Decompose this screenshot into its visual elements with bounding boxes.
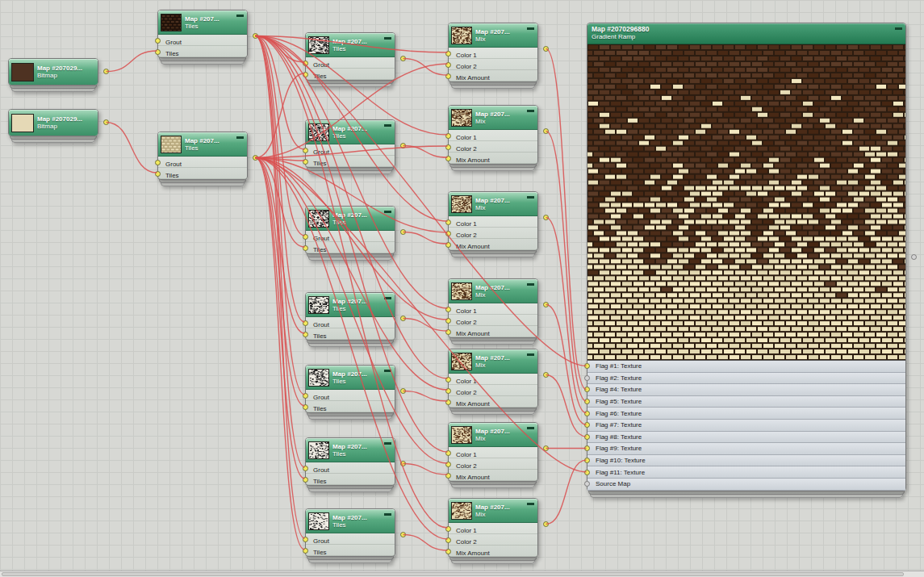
input-socket[interactable]: [445, 156, 451, 161]
flag-input-socket[interactable]: [584, 445, 590, 451]
gradient-ramp-node[interactable]: Map #2070296880 Gradient Ramp Flag #1: T…: [587, 23, 906, 491]
minimize-icon[interactable]: [236, 136, 244, 139]
output-socket[interactable]: [400, 316, 406, 321]
minimize-icon[interactable]: [236, 15, 244, 17]
flag-row[interactable]: Flag #7: Texture: [587, 420, 905, 432]
input-socket[interactable]: [445, 329, 451, 335]
input-socket[interactable]: [445, 307, 451, 312]
minimize-icon[interactable]: [384, 124, 391, 127]
output-socket[interactable]: [543, 128, 549, 134]
input-socket[interactable]: [303, 245, 308, 251]
tiles-node[interactable]: Map #207...TilesGroutTiles: [305, 508, 395, 557]
output-socket[interactable]: [400, 532, 406, 537]
connection-wire[interactable]: [546, 460, 587, 524]
minimize-icon[interactable]: [384, 211, 391, 213]
connection-wire[interactable]: [403, 146, 448, 158]
input-socket[interactable]: [445, 62, 451, 68]
connection-wire[interactable]: [256, 36, 305, 63]
flag-row[interactable]: Flag #1: Texture: [587, 361, 905, 373]
node-header[interactable]: Map #207...Mix: [449, 423, 537, 447]
flag-row[interactable]: Flag #2: Texture: [587, 373, 905, 385]
flag-input-socket[interactable]: [584, 481, 590, 487]
output-socket[interactable]: [543, 302, 549, 307]
flag-input-socket[interactable]: [584, 422, 590, 428]
output-socket[interactable]: [253, 155, 258, 161]
minimize-icon[interactable]: [527, 27, 534, 30]
node-header[interactable]: Map #207...Mix: [449, 499, 537, 523]
input-socket[interactable]: [303, 404, 308, 410]
node-header[interactable]: Map #207...Tiles: [306, 293, 395, 317]
mix-node[interactable]: Map #207...MixColor 1Color 2Mix Amount: [448, 498, 538, 558]
input-socket[interactable]: [445, 220, 451, 225]
input-socket[interactable]: [303, 159, 308, 165]
minimize-icon[interactable]: [527, 110, 534, 112]
minimize-icon[interactable]: [527, 503, 534, 505]
node-header[interactable]: Map #207...Tiles: [306, 207, 395, 231]
node-header[interactable]: Map #207...Tiles: [306, 366, 395, 390]
output-socket[interactable]: [911, 254, 917, 260]
input-socket[interactable]: [445, 526, 451, 532]
flag-row[interactable]: Flag #9: Texture: [587, 443, 905, 455]
input-socket[interactable]: [445, 549, 451, 554]
output-socket[interactable]: [543, 445, 549, 451]
node-header[interactable]: Map #207...Mix: [449, 106, 537, 130]
mix-node[interactable]: Map #207...MixColor 1Color 2Mix Amount: [448, 105, 538, 165]
input-socket[interactable]: [303, 148, 308, 153]
input-socket[interactable]: [303, 393, 308, 399]
connection-wire[interactable]: [256, 36, 305, 539]
node-header[interactable]: Map #207...Mix: [449, 23, 537, 48]
node-header[interactable]: Map #207029...Bitmap: [9, 110, 98, 136]
input-socket[interactable]: [155, 171, 161, 177]
node-header[interactable]: Map #207...Tiles: [306, 33, 395, 57]
node-header[interactable]: Map #207...Tiles: [306, 120, 395, 144]
flag-row[interactable]: Flag #6: Texture: [587, 408, 905, 420]
bitmap-node[interactable]: Map #207029...Bitmap: [8, 109, 98, 136]
input-socket[interactable]: [445, 537, 451, 543]
mix-node[interactable]: Map #207...MixColor 1Color 2Mix Amount: [448, 191, 538, 251]
input-socket[interactable]: [445, 51, 451, 56]
horizontal-scrollbar[interactable]: [0, 571, 924, 577]
flag-input-socket[interactable]: [584, 458, 590, 463]
output-socket[interactable]: [400, 56, 406, 61]
flag-row[interactable]: Flag #10: Texture: [587, 455, 905, 467]
output-socket[interactable]: [103, 69, 109, 74]
minimize-icon[interactable]: [527, 283, 534, 286]
input-socket[interactable]: [155, 49, 161, 55]
node-header[interactable]: Map #207...Tiles: [306, 509, 395, 533]
connection-wire[interactable]: [256, 36, 305, 323]
connection-wire[interactable]: [256, 36, 305, 468]
tiles-node[interactable]: Map #207...TilesGroutTiles: [305, 119, 395, 168]
input-socket[interactable]: [445, 462, 451, 467]
node-header[interactable]: Map #207...Tiles: [306, 438, 395, 462]
input-socket[interactable]: [303, 72, 308, 77]
tiles-node[interactable]: Map #207...TilesGroutTiles: [157, 10, 248, 58]
node-header[interactable]: Map #207029...Bitmap: [9, 59, 98, 85]
tiles-node[interactable]: Map #207...TilesGroutTiles: [305, 206, 395, 254]
connection-wire[interactable]: [256, 36, 305, 236]
flag-row[interactable]: Flag #8: Texture: [587, 432, 905, 444]
connection-wire[interactable]: [403, 464, 448, 475]
input-socket[interactable]: [445, 73, 451, 79]
flag-input-socket[interactable]: [584, 375, 590, 381]
input-socket[interactable]: [445, 242, 451, 248]
minimize-icon[interactable]: [527, 196, 534, 199]
output-socket[interactable]: [543, 372, 549, 378]
output-socket[interactable]: [103, 119, 109, 125]
output-socket[interactable]: [400, 388, 406, 394]
connection-wire[interactable]: [256, 158, 305, 248]
tiles-node[interactable]: Map #207...TilesGroutTiles: [305, 365, 395, 413]
tiles-node[interactable]: Map #207...TilesGroutTiles: [157, 132, 248, 180]
mix-node[interactable]: Map #207...MixColor 1Color 2Mix Amount: [448, 278, 538, 338]
connection-wire[interactable]: [403, 59, 448, 76]
flag-input-socket[interactable]: [584, 387, 590, 392]
node-header[interactable]: Map #207...Mix: [449, 279, 537, 303]
input-socket[interactable]: [303, 477, 308, 483]
input-socket[interactable]: [303, 61, 308, 66]
connection-wire[interactable]: [546, 218, 587, 413]
input-socket[interactable]: [155, 38, 161, 44]
minimize-icon[interactable]: [384, 297, 391, 299]
input-socket[interactable]: [445, 144, 451, 150]
flag-row[interactable]: Source Map: [587, 479, 905, 491]
connection-wire[interactable]: [403, 535, 448, 551]
flag-input-socket[interactable]: [584, 470, 590, 475]
